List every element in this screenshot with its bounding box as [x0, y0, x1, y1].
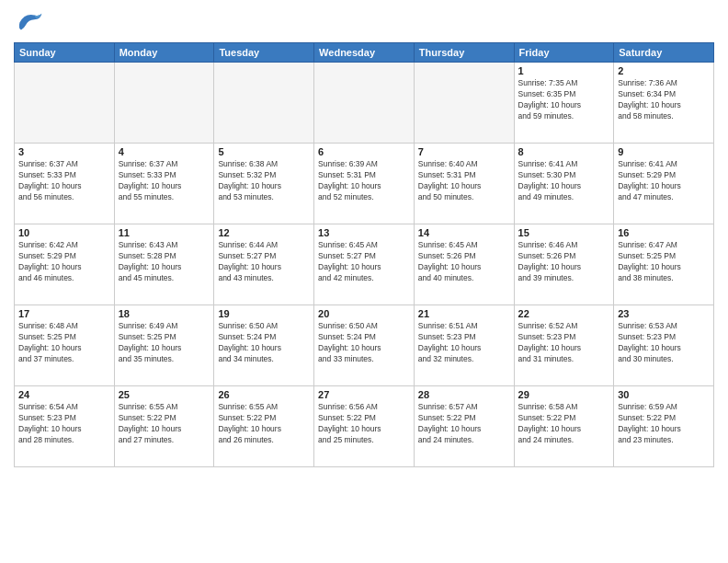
calendar-cell — [114, 63, 214, 144]
day-number: 9 — [618, 146, 710, 157]
day-number: 23 — [618, 308, 710, 319]
day-info: Sunrise: 6:41 AM Sunset: 5:30 PM Dayligh… — [518, 159, 610, 203]
calendar-cell: 28Sunrise: 6:57 AM Sunset: 5:22 PM Dayli… — [414, 386, 514, 467]
calendar-cell: 11Sunrise: 6:43 AM Sunset: 5:28 PM Dayli… — [114, 224, 214, 305]
day-info: Sunrise: 6:50 AM Sunset: 5:24 PM Dayligh… — [218, 321, 310, 365]
day-number: 24 — [18, 389, 110, 400]
logo-icon — [14, 9, 43, 35]
calendar-cell — [314, 63, 415, 144]
day-info: Sunrise: 7:35 AM Sunset: 6:35 PM Dayligh… — [518, 78, 610, 122]
calendar: SundayMondayTuesdayWednesdayThursdayFrid… — [14, 42, 714, 467]
calendar-cell: 25Sunrise: 6:55 AM Sunset: 5:22 PM Dayli… — [114, 386, 214, 467]
day-info: Sunrise: 6:37 AM Sunset: 5:33 PM Dayligh… — [18, 159, 110, 203]
calendar-header-friday: Friday — [514, 43, 614, 63]
day-number: 15 — [518, 227, 610, 238]
calendar-cell: 9Sunrise: 6:41 AM Sunset: 5:29 PM Daylig… — [614, 144, 714, 224]
day-number: 19 — [218, 308, 310, 319]
calendar-cell — [214, 63, 314, 144]
day-info: Sunrise: 6:50 AM Sunset: 5:24 PM Dayligh… — [318, 321, 410, 365]
calendar-cell: 6Sunrise: 6:39 AM Sunset: 5:31 PM Daylig… — [314, 144, 415, 224]
day-number: 28 — [418, 389, 510, 400]
page: SundayMondayTuesdayWednesdayThursdayFrid… — [0, 0, 728, 563]
day-info: Sunrise: 6:42 AM Sunset: 5:29 PM Dayligh… — [18, 240, 110, 284]
day-number: 30 — [618, 389, 710, 400]
day-info: Sunrise: 6:52 AM Sunset: 5:23 PM Dayligh… — [518, 321, 610, 365]
day-info: Sunrise: 6:55 AM Sunset: 5:22 PM Dayligh… — [218, 402, 310, 446]
day-info: Sunrise: 6:39 AM Sunset: 5:31 PM Dayligh… — [318, 159, 410, 203]
calendar-cell: 2Sunrise: 7:36 AM Sunset: 6:34 PM Daylig… — [614, 63, 714, 144]
calendar-cell: 7Sunrise: 6:40 AM Sunset: 5:31 PM Daylig… — [414, 144, 514, 224]
calendar-cell: 10Sunrise: 6:42 AM Sunset: 5:29 PM Dayli… — [15, 224, 115, 305]
day-info: Sunrise: 7:36 AM Sunset: 6:34 PM Dayligh… — [618, 78, 710, 122]
day-number: 29 — [518, 389, 610, 400]
calendar-cell: 4Sunrise: 6:37 AM Sunset: 5:33 PM Daylig… — [114, 144, 214, 224]
calendar-cell — [414, 63, 514, 144]
calendar-cell: 13Sunrise: 6:45 AM Sunset: 5:27 PM Dayli… — [314, 224, 415, 305]
calendar-week-2: 3Sunrise: 6:37 AM Sunset: 5:33 PM Daylig… — [15, 144, 714, 224]
calendar-cell: 19Sunrise: 6:50 AM Sunset: 5:24 PM Dayli… — [214, 305, 314, 386]
day-info: Sunrise: 6:43 AM Sunset: 5:28 PM Dayligh… — [119, 240, 210, 284]
calendar-cell: 22Sunrise: 6:52 AM Sunset: 5:23 PM Dayli… — [514, 305, 614, 386]
calendar-header-row: SundayMondayTuesdayWednesdayThursdayFrid… — [15, 43, 714, 63]
day-info: Sunrise: 6:57 AM Sunset: 5:22 PM Dayligh… — [418, 402, 510, 446]
calendar-cell: 30Sunrise: 6:59 AM Sunset: 5:22 PM Dayli… — [614, 386, 714, 467]
day-number: 22 — [518, 308, 610, 319]
day-number: 1 — [518, 65, 610, 76]
day-info: Sunrise: 6:49 AM Sunset: 5:25 PM Dayligh… — [119, 321, 210, 365]
calendar-header-monday: Monday — [114, 43, 214, 63]
day-info: Sunrise: 6:51 AM Sunset: 5:23 PM Dayligh… — [418, 321, 510, 365]
header — [14, 9, 714, 35]
day-info: Sunrise: 6:59 AM Sunset: 5:22 PM Dayligh… — [618, 402, 710, 446]
day-number: 17 — [18, 308, 110, 319]
day-number: 10 — [18, 227, 110, 238]
calendar-cell: 29Sunrise: 6:58 AM Sunset: 5:22 PM Dayli… — [514, 386, 614, 467]
calendar-week-5: 24Sunrise: 6:54 AM Sunset: 5:23 PM Dayli… — [15, 386, 714, 467]
day-number: 27 — [318, 389, 410, 400]
calendar-header-thursday: Thursday — [414, 43, 514, 63]
day-info: Sunrise: 6:38 AM Sunset: 5:32 PM Dayligh… — [218, 159, 310, 203]
calendar-cell: 5Sunrise: 6:38 AM Sunset: 5:32 PM Daylig… — [214, 144, 314, 224]
calendar-cell: 23Sunrise: 6:53 AM Sunset: 5:23 PM Dayli… — [614, 305, 714, 386]
day-number: 5 — [218, 146, 310, 157]
calendar-cell — [15, 63, 115, 144]
calendar-cell: 27Sunrise: 6:56 AM Sunset: 5:22 PM Dayli… — [314, 386, 415, 467]
day-info: Sunrise: 6:53 AM Sunset: 5:23 PM Dayligh… — [618, 321, 710, 365]
day-number: 2 — [618, 65, 710, 76]
day-info: Sunrise: 6:54 AM Sunset: 5:23 PM Dayligh… — [18, 402, 110, 446]
day-info: Sunrise: 6:40 AM Sunset: 5:31 PM Dayligh… — [418, 159, 510, 203]
calendar-cell: 21Sunrise: 6:51 AM Sunset: 5:23 PM Dayli… — [414, 305, 514, 386]
day-number: 25 — [119, 389, 210, 400]
day-info: Sunrise: 6:37 AM Sunset: 5:33 PM Dayligh… — [119, 159, 210, 203]
calendar-cell: 15Sunrise: 6:46 AM Sunset: 5:26 PM Dayli… — [514, 224, 614, 305]
day-info: Sunrise: 6:55 AM Sunset: 5:22 PM Dayligh… — [119, 402, 210, 446]
day-info: Sunrise: 6:46 AM Sunset: 5:26 PM Dayligh… — [518, 240, 610, 284]
day-number: 21 — [418, 308, 510, 319]
day-info: Sunrise: 6:47 AM Sunset: 5:25 PM Dayligh… — [618, 240, 710, 284]
calendar-cell: 17Sunrise: 6:48 AM Sunset: 5:25 PM Dayli… — [15, 305, 115, 386]
calendar-cell: 16Sunrise: 6:47 AM Sunset: 5:25 PM Dayli… — [614, 224, 714, 305]
day-number: 16 — [618, 227, 710, 238]
calendar-week-3: 10Sunrise: 6:42 AM Sunset: 5:29 PM Dayli… — [15, 224, 714, 305]
day-info: Sunrise: 6:48 AM Sunset: 5:25 PM Dayligh… — [18, 321, 110, 365]
day-number: 13 — [318, 227, 410, 238]
day-number: 7 — [418, 146, 510, 157]
day-info: Sunrise: 6:44 AM Sunset: 5:27 PM Dayligh… — [218, 240, 310, 284]
calendar-cell: 8Sunrise: 6:41 AM Sunset: 5:30 PM Daylig… — [514, 144, 614, 224]
calendar-cell: 1Sunrise: 7:35 AM Sunset: 6:35 PM Daylig… — [514, 63, 614, 144]
calendar-cell: 20Sunrise: 6:50 AM Sunset: 5:24 PM Dayli… — [314, 305, 415, 386]
day-number: 4 — [119, 146, 210, 157]
calendar-cell: 12Sunrise: 6:44 AM Sunset: 5:27 PM Dayli… — [214, 224, 314, 305]
calendar-cell: 14Sunrise: 6:45 AM Sunset: 5:26 PM Dayli… — [414, 224, 514, 305]
day-number: 18 — [119, 308, 210, 319]
calendar-header-saturday: Saturday — [614, 43, 714, 63]
calendar-cell: 18Sunrise: 6:49 AM Sunset: 5:25 PM Dayli… — [114, 305, 214, 386]
day-info: Sunrise: 6:41 AM Sunset: 5:29 PM Dayligh… — [618, 159, 710, 203]
calendar-header-sunday: Sunday — [15, 43, 115, 63]
calendar-cell: 3Sunrise: 6:37 AM Sunset: 5:33 PM Daylig… — [15, 144, 115, 224]
day-info: Sunrise: 6:45 AM Sunset: 5:27 PM Dayligh… — [318, 240, 410, 284]
day-info: Sunrise: 6:56 AM Sunset: 5:22 PM Dayligh… — [318, 402, 410, 446]
day-info: Sunrise: 6:45 AM Sunset: 5:26 PM Dayligh… — [418, 240, 510, 284]
day-number: 14 — [418, 227, 510, 238]
day-number: 8 — [518, 146, 610, 157]
calendar-header-wednesday: Wednesday — [314, 43, 415, 63]
